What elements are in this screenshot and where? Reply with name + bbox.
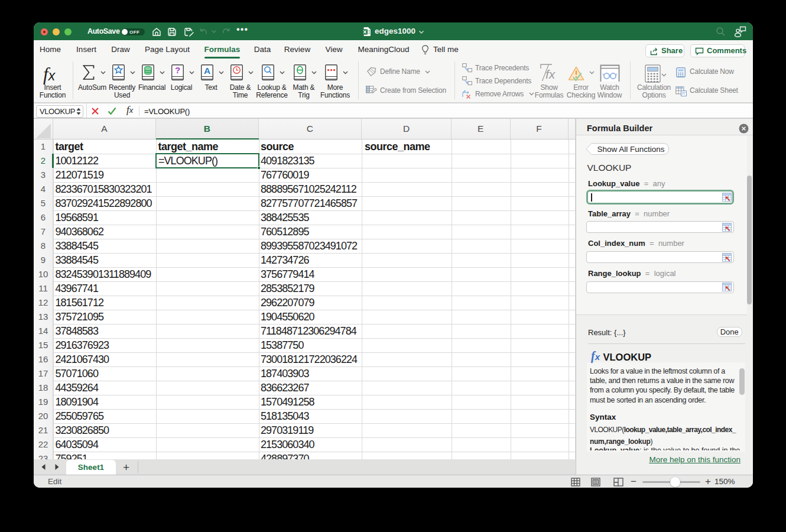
svg-text:fx: fx	[545, 67, 556, 81]
svg-text:?: ?	[175, 65, 180, 75]
svg-text:A: A	[204, 66, 210, 76]
